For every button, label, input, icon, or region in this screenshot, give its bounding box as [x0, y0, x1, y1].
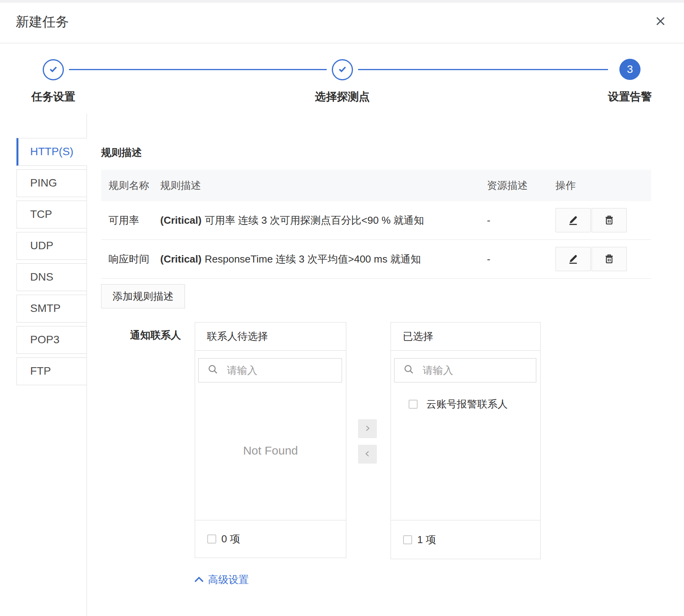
search-icon — [403, 364, 415, 377]
close-button[interactable] — [653, 14, 668, 29]
step-1-indicator — [43, 59, 64, 80]
tab-ftp[interactable]: FTP — [16, 357, 87, 385]
column-header-rule-desc: 规则描述 — [160, 179, 487, 192]
contact-name: 云账号报警联系人 — [426, 397, 508, 411]
tab-pop3[interactable]: POP3 — [16, 326, 87, 354]
add-rule-button[interactable]: 添加规则描述 — [101, 284, 185, 308]
close-icon — [655, 15, 666, 28]
selected-panel-footer: 1 项 — [391, 520, 540, 559]
edit-rule-button[interactable] — [556, 208, 591, 232]
tab-udp[interactable]: UDP — [16, 232, 87, 260]
rule-name: 可用率 — [109, 214, 160, 227]
column-header-rule-name: 规则名称 — [109, 179, 160, 192]
rule-description: (Critical)ResponseTime 连续 3 次平均值>400 ms … — [160, 252, 487, 266]
delete-rule-button[interactable] — [592, 247, 627, 271]
column-header-resource-desc: 资源描述 — [487, 179, 556, 192]
selected-panel-title: 已选择 — [391, 322, 540, 351]
tab-ping[interactable]: PING — [16, 169, 87, 197]
step-connector-2 — [358, 69, 608, 70]
tab-dns[interactable]: DNS — [16, 263, 87, 291]
trash-icon — [603, 253, 615, 266]
contact-checkbox[interactable] — [409, 400, 418, 409]
step-2-indicator — [332, 59, 353, 80]
select-all-checkbox[interactable] — [207, 534, 216, 544]
row-actions — [556, 247, 651, 271]
step-1-label: 任务设置 — [6, 89, 100, 104]
contacts-selected-panel: 已选择 云账号报警联系人 1 项 — [391, 322, 541, 559]
window-top-edge — [0, 0, 684, 3]
severity-tag: (Critical) — [160, 253, 201, 265]
step-connector-1 — [69, 69, 327, 70]
source-search-box — [198, 358, 342, 382]
rules-section-heading: 规则描述 — [101, 146, 142, 159]
check-icon — [47, 62, 60, 77]
selected-search-box — [394, 358, 536, 382]
edit-pencil-icon — [567, 253, 579, 266]
resource-desc: - — [487, 214, 556, 226]
advanced-settings-toggle[interactable]: 高级设置 — [194, 573, 249, 587]
page-title: 新建任务 — [16, 13, 69, 31]
rule-name: 响应时间 — [109, 252, 160, 266]
dialog-header: 新建任务 — [0, 3, 684, 43]
selected-count: 1 项 — [417, 533, 436, 547]
select-all-checkbox[interactable] — [403, 535, 412, 544]
advanced-settings-label: 高级设置 — [208, 573, 249, 587]
step-3-label: 设置告警 — [583, 89, 677, 104]
delete-rule-button[interactable] — [592, 208, 627, 232]
edit-pencil-icon — [567, 214, 579, 227]
move-right-button[interactable] — [358, 419, 377, 438]
step-number: 3 — [627, 63, 633, 76]
chevron-up-icon — [194, 576, 204, 584]
notify-contacts-label: 通知联系人 — [94, 328, 181, 342]
step-2-label: 选择探测点 — [295, 89, 389, 104]
source-panel-title: 联系人待选择 — [195, 322, 346, 351]
table-row: 响应时间 (Critical)ResponseTime 连续 3 次平均值>40… — [101, 240, 651, 279]
tab-tcp[interactable]: TCP — [16, 201, 87, 228]
resource-desc: - — [487, 253, 556, 265]
rule-description: (Critical)可用率 连续 3 次可用探测点百分比<90 % 就通知 — [160, 214, 487, 227]
source-count: 0 项 — [221, 532, 240, 546]
column-header-actions: 操作 — [556, 179, 651, 192]
contacts-source-panel: 联系人待选择 Not Found 0 项 — [195, 322, 346, 558]
protocol-tabs: HTTP(S) PING TCP UDP DNS SMTP POP3 FTP — [16, 138, 87, 389]
row-actions — [556, 208, 651, 232]
selected-search-input[interactable] — [423, 364, 521, 377]
severity-tag: (Critical) — [160, 214, 201, 226]
chevron-left-icon — [363, 449, 372, 459]
chevron-right-icon — [363, 424, 372, 434]
tab-https[interactable]: HTTP(S) — [16, 138, 87, 166]
trash-icon — [603, 214, 615, 227]
list-item[interactable]: 云账号报警联系人 — [391, 397, 540, 411]
empty-result-text: Not Found — [195, 444, 346, 457]
source-search-input[interactable] — [227, 364, 325, 377]
table-header-row: 规则名称 规则描述 资源描述 操作 — [101, 170, 651, 201]
tab-smtp[interactable]: SMTP — [16, 295, 87, 322]
table-row: 可用率 (Critical)可用率 连续 3 次可用探测点百分比<90 % 就通… — [101, 201, 651, 240]
edit-rule-button[interactable] — [556, 247, 591, 271]
rules-table: 规则名称 规则描述 资源描述 操作 可用率 (Critical)可用率 连续 3… — [101, 170, 651, 279]
check-icon — [336, 62, 349, 77]
source-panel-footer: 0 项 — [195, 520, 346, 558]
new-task-dialog: 新建任务 3 任务设置 选择探测点 设置告警 HTTP(S) P — [0, 0, 684, 616]
search-icon — [207, 364, 219, 377]
move-left-button[interactable] — [358, 445, 377, 464]
step-3-indicator: 3 — [619, 59, 641, 80]
